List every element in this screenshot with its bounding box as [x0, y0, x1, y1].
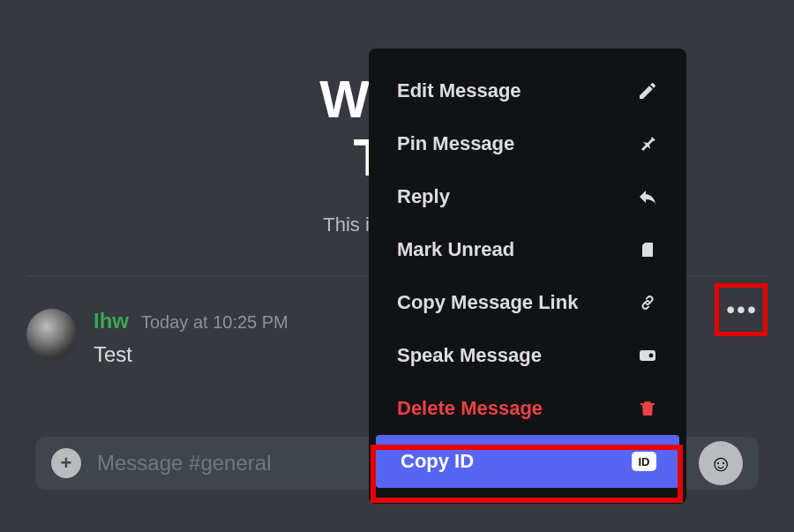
ctx-label: Mark Unread: [397, 238, 514, 261]
message-row[interactable]: Ihw Today at 10:25 PM Test: [26, 309, 288, 367]
more-options-button[interactable]: •••: [720, 288, 764, 332]
ctx-edit-message[interactable]: Edit Message: [372, 64, 683, 117]
ctx-pin-message[interactable]: Pin Message: [372, 117, 683, 170]
pencil-icon: [635, 79, 660, 103]
trash-icon: [635, 396, 660, 421]
context-menu: Edit Message Pin Message Reply Mark Unre…: [369, 49, 686, 504]
ctx-label: Edit Message: [397, 79, 521, 102]
link-icon: [635, 290, 660, 315]
message-username[interactable]: Ihw: [94, 309, 129, 333]
message-timestamp: Today at 10:25 PM: [141, 312, 288, 333]
id-icon: ID: [632, 452, 656, 471]
mark-icon: [635, 237, 660, 262]
reply-icon: [635, 184, 660, 209]
speak-icon: [635, 343, 660, 368]
ctx-delete-message[interactable]: Delete Message: [372, 382, 683, 435]
ctx-label: Delete Message: [397, 397, 543, 420]
app-root: Welco Tes This is the beginr Ihw Today a…: [0, 0, 794, 532]
message-header: Ihw Today at 10:25 PM: [94, 309, 288, 333]
dots-icon: •••: [726, 296, 757, 324]
svg-point-1: [649, 354, 654, 358]
message-body: Ihw Today at 10:25 PM Test: [94, 309, 288, 367]
smile-icon: ☺: [709, 450, 733, 477]
ctx-copy-id[interactable]: Copy ID ID: [376, 435, 679, 488]
ctx-speak-message[interactable]: Speak Message: [372, 329, 683, 382]
ctx-reply[interactable]: Reply: [372, 170, 683, 223]
ctx-label: Pin Message: [397, 132, 514, 155]
ctx-copy-link[interactable]: Copy Message Link: [372, 276, 683, 329]
ctx-mark-unread[interactable]: Mark Unread: [372, 223, 683, 276]
pin-icon: [635, 131, 660, 156]
ctx-label: Speak Message: [397, 344, 542, 367]
emoji-button[interactable]: ☺: [699, 441, 743, 485]
message-content: Test: [94, 342, 288, 367]
ctx-label: Copy ID: [401, 450, 474, 473]
attach-button[interactable]: +: [51, 448, 81, 478]
plus-icon: +: [61, 452, 72, 475]
ctx-label: Copy Message Link: [397, 291, 578, 314]
ctx-label: Reply: [397, 185, 450, 208]
avatar[interactable]: [26, 309, 78, 360]
